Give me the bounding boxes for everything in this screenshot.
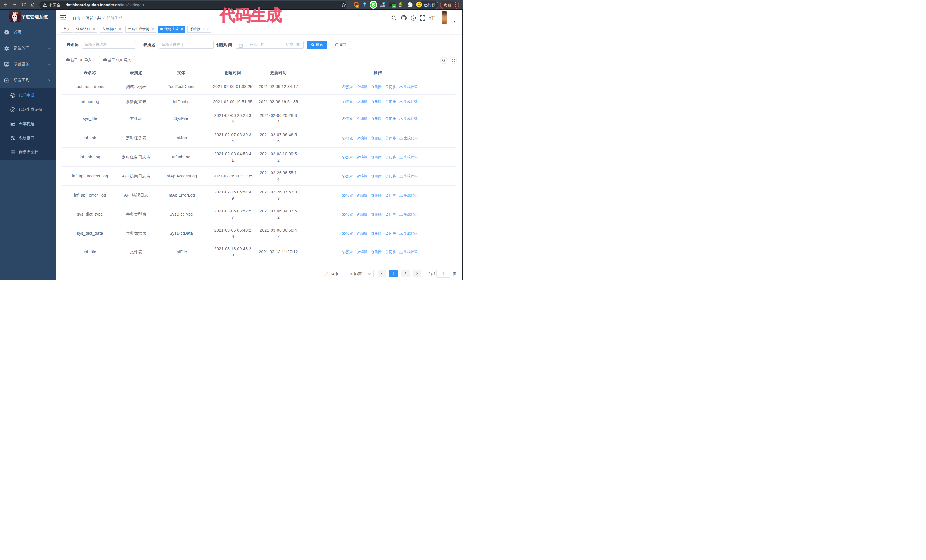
svg-text:1: 1	[357, 5, 358, 8]
svg-text:on: on	[393, 5, 396, 8]
